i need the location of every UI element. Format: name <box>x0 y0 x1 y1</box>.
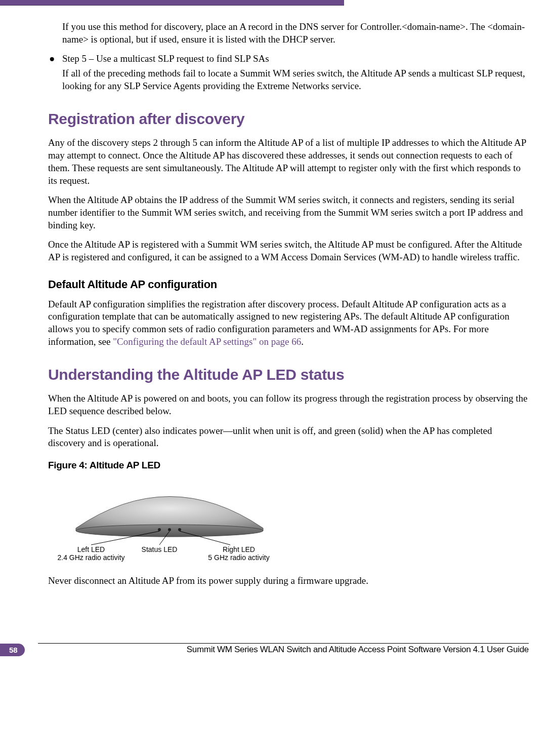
page-number-badge: 58 <box>0 644 25 656</box>
page-body: If you use this method for discovery, pl… <box>0 6 549 607</box>
svg-point-2 <box>168 528 171 531</box>
figure-altitude-ap-led: Left LED 2.4 GHz radio activity Status L… <box>48 480 291 564</box>
intro-paragraph: If you use this method for discovery, pl… <box>62 21 529 46</box>
figure-label-center-title: Status LED <box>142 545 178 553</box>
default-config-paragraph: Default AP configuration simplifies the … <box>48 298 529 348</box>
default-para-post: . <box>301 336 304 347</box>
registration-para-2: When the Altitude AP obtains the IP addr… <box>48 194 529 231</box>
cross-reference-link[interactable]: "Configuring the default AP settings" on… <box>113 336 301 347</box>
figure-4-caption: Figure 4: Altitude AP LED <box>48 460 529 471</box>
firmware-warning: Never disconnect an Altitude AP from its… <box>48 575 529 587</box>
heading-led-status: Understanding the Altitude AP LED status <box>48 366 529 383</box>
top-accent-bar <box>0 0 344 6</box>
figure-label-right-sub: 5 GHz radio activity <box>208 553 269 562</box>
bullet-step-5-body: If all of the preceding methods fail to … <box>62 67 529 92</box>
bullet-icon: ● <box>48 53 62 65</box>
registration-para-3: Once the Altitude AP is registered with … <box>48 238 529 263</box>
subheading-default-config: Default Altitude AP configuration <box>48 278 529 291</box>
figure-label-right-title: Right LED <box>223 545 255 553</box>
bullet-step-5-title: Step 5 – Use a multicast SLP request to … <box>62 53 529 65</box>
heading-registration: Registration after discovery <box>48 110 529 128</box>
led-para-2: The Status LED (center) also indicates p… <box>48 425 529 450</box>
svg-point-3 <box>178 528 181 531</box>
footer-rule <box>38 643 529 644</box>
footer-doc-title: Summit WM Series WLAN Switch and Altitud… <box>187 645 529 655</box>
svg-point-1 <box>158 528 161 531</box>
figure-label-left-sub: 2.4 GHz radio activity <box>57 553 124 562</box>
registration-para-1: Any of the discovery steps 2 through 5 c… <box>48 137 529 187</box>
bullet-step-5: ● Step 5 – Use a multicast SLP request t… <box>48 53 529 65</box>
page-footer: 58 Summit WM Series WLAN Switch and Alti… <box>0 643 549 658</box>
figure-label-left-title: Left LED <box>77 545 105 553</box>
led-para-1: When the Altitude AP is powered on and b… <box>48 392 529 417</box>
